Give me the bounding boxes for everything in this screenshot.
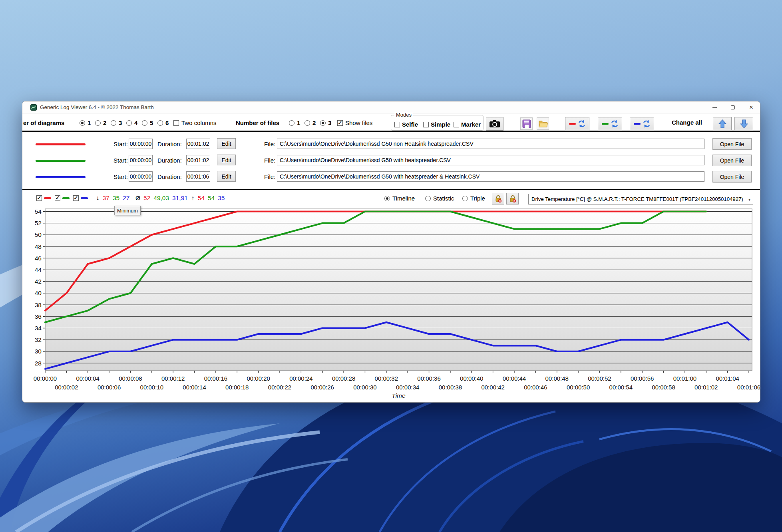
edit-button[interactable]: Edit <box>217 138 236 149</box>
screenshot-button[interactable] <box>486 117 503 131</box>
files-radio-1[interactable]: 1 <box>289 119 300 126</box>
diagrams-radio-3[interactable]: 3 <box>111 119 122 126</box>
y-axis-label: 42 <box>35 278 42 285</box>
radio-label: 6 <box>165 119 169 126</box>
x-axis-label: 00:00:48 <box>545 375 569 382</box>
x-axis-label: 00:00:32 <box>375 375 398 382</box>
chart[interactable]: 283032343638404244464850525400:00:0000:0… <box>22 190 760 403</box>
duration-input[interactable]: 00:01:02 <box>186 139 210 149</box>
refresh-red-button[interactable] <box>565 117 589 130</box>
checkbox-icon <box>454 122 459 127</box>
two-columns-box[interactable] <box>173 120 179 126</box>
start-input[interactable]: 00:00:00 <box>129 139 153 149</box>
checkbox-icon <box>394 122 400 127</box>
two-columns-checkbox[interactable]: Two columns <box>173 119 217 126</box>
x-axis-label: 00:00:24 <box>289 375 312 382</box>
x-axis-label: 00:00:04 <box>76 375 99 382</box>
file-path-input[interactable]: C:\Users\murdo\OneDrive\Dokumen\ssd G50 … <box>277 155 704 165</box>
radio-icon <box>95 120 101 126</box>
save-icon <box>522 119 531 128</box>
mode-checkbox-selfie[interactable]: Selfie <box>394 121 418 128</box>
x-axis-label: 00:01:02 <box>694 384 718 391</box>
radio-icon <box>304 120 310 126</box>
refresh-blue-button[interactable] <box>630 117 654 130</box>
file-path-input[interactable]: C:\Users\murdo\OneDrive\Dokumen\ssd G50 … <box>277 139 704 149</box>
x-axis-label: 00:00:00 <box>34 375 57 382</box>
y-axis-label: 54 <box>35 208 42 215</box>
open-file-button[interactable]: Open File <box>712 171 752 183</box>
start-label: Start: <box>113 173 128 180</box>
refresh-green-button[interactable] <box>598 117 622 130</box>
minimize-button[interactable] <box>706 101 724 113</box>
file-label: File: <box>264 157 275 164</box>
duration-label: Duration: <box>157 173 182 180</box>
radio-icon <box>142 120 147 126</box>
x-axis-label: 00:00:20 <box>247 375 270 382</box>
files-radio-3[interactable]: 3 <box>320 119 331 126</box>
y-axis-label: 34 <box>35 325 42 332</box>
x-axis-label: 00:00:58 <box>652 384 675 391</box>
move-up-button[interactable] <box>713 117 732 130</box>
show-files-label: Show files <box>345 119 372 126</box>
x-axis-label: 00:01:04 <box>716 375 739 382</box>
toolbar: er of diagrams 123456 Two columns Number… <box>22 114 760 131</box>
checkbox-icon <box>423 122 429 127</box>
arrow-down-icon <box>740 119 748 128</box>
duration-input[interactable]: 00:01:06 <box>186 171 210 182</box>
mode-checkbox-simple[interactable]: Simple <box>423 121 450 128</box>
open-file-button[interactable]: Open File <box>712 138 752 150</box>
open-file-button[interactable]: Open File <box>712 155 752 166</box>
files-radio-2[interactable]: 2 <box>304 119 316 126</box>
x-axis-title: Time <box>392 392 406 399</box>
mode-label: Marker <box>461 121 481 128</box>
x-axis-label: 00:00:28 <box>332 375 355 382</box>
radio-icon <box>289 120 294 126</box>
show-files-checkbox[interactable]: ✓ Show files <box>337 119 372 126</box>
mode-checkbox-marker[interactable]: Marker <box>454 121 481 128</box>
duration-label: Duration: <box>157 157 182 164</box>
start-label: Start: <box>113 157 128 164</box>
x-axis-label: 00:00:10 <box>140 384 163 391</box>
y-axis-label: 32 <box>35 336 42 343</box>
refresh-icon <box>601 119 619 128</box>
mode-label: Selfie <box>402 121 418 128</box>
diagrams-radio-2[interactable]: 2 <box>95 119 106 126</box>
maximize-button[interactable] <box>724 101 742 113</box>
x-axis-label: 00:00:34 <box>396 384 419 391</box>
move-down-button[interactable] <box>734 117 753 130</box>
close-button[interactable]: × <box>742 101 760 113</box>
save-button[interactable] <box>520 117 533 130</box>
start-label: Start: <box>113 141 128 147</box>
duration-input[interactable]: 00:01:02 <box>186 155 210 165</box>
edit-button[interactable]: Edit <box>217 155 236 165</box>
y-axis-label: 28 <box>35 360 42 367</box>
tooltip: Minimum <box>114 206 141 215</box>
edit-button[interactable]: Edit <box>217 171 236 182</box>
change-all-label: Change all <box>672 119 702 126</box>
y-axis-label: 46 <box>35 255 42 262</box>
show-files-box[interactable]: ✓ <box>337 120 343 126</box>
series-color-line <box>36 160 86 162</box>
y-axis-label: 40 <box>35 290 42 296</box>
x-axis-label: 00:00:40 <box>460 375 483 382</box>
radio-icon <box>320 120 326 126</box>
x-axis-label: 00:01:06 <box>737 384 760 391</box>
start-input[interactable]: 00:00:00 <box>129 171 153 182</box>
y-axis-label: 38 <box>35 302 42 308</box>
open-folder-button[interactable] <box>537 117 549 130</box>
diagrams-radio-5[interactable]: 5 <box>142 119 153 126</box>
start-input[interactable]: 00:00:00 <box>129 155 153 165</box>
y-axis-label: 44 <box>35 266 42 273</box>
files-label: Number of files <box>236 119 279 126</box>
radio-label: 4 <box>134 119 137 126</box>
diagrams-radio-6[interactable]: 6 <box>157 119 169 126</box>
radio-label: 2 <box>312 119 316 126</box>
y-axis-label: 50 <box>35 231 42 238</box>
diagrams-radio-1[interactable]: 1 <box>80 119 91 126</box>
y-axis-label: 52 <box>35 220 42 226</box>
refresh-icon <box>569 119 586 128</box>
diagrams-radio-4[interactable]: 4 <box>126 119 137 126</box>
x-axis-label: 00:00:46 <box>524 384 547 391</box>
file-path-input[interactable]: C:\Users\murdo\OneDrive\Dokumen\ssd G50 … <box>277 171 704 182</box>
duration-label: Duration: <box>157 141 182 147</box>
